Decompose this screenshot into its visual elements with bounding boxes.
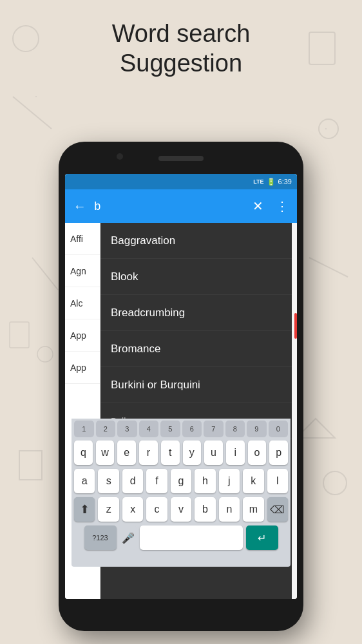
phone-camera (117, 153, 123, 160)
battery-icon: 🔋 (267, 178, 276, 186)
list-item[interactable]: App (65, 319, 100, 352)
mic-button[interactable]: 🎤 (120, 526, 137, 550)
key-o[interactable]: o (248, 440, 267, 465)
key-f[interactable]: f (146, 469, 167, 493)
scroll-indicator (294, 313, 297, 339)
key-5[interactable]: 5 (160, 421, 180, 437)
svg-point-3 (319, 119, 338, 138)
list-item[interactable]: Agn (65, 255, 100, 287)
clear-button[interactable]: ✕ (249, 194, 267, 218)
key-e[interactable]: e (117, 440, 136, 465)
svg-point-5 (323, 471, 347, 495)
key-p[interactable]: p (269, 440, 288, 465)
suggestion-item-baggravation[interactable]: Baggravation (100, 223, 292, 259)
svg-point-9 (37, 346, 53, 362)
key-m[interactable]: m (243, 497, 263, 522)
shift-key[interactable]: ⬆ (74, 497, 95, 522)
key-h[interactable]: h (195, 469, 215, 493)
keyboard-row-4: ?123 🎤 ↵ (71, 523, 291, 551)
keyboard-row-2: a s d f g h j k l (71, 466, 291, 495)
key-4[interactable]: 4 (139, 421, 159, 437)
number-row: 1 2 3 4 5 6 7 8 9 0 (71, 419, 291, 438)
key-g[interactable]: g (171, 469, 191, 493)
svg-line-7 (32, 258, 58, 290)
key-j[interactable]: j (219, 469, 240, 493)
key-a[interactable]: a (74, 469, 95, 493)
status-time: 6:39 (278, 178, 292, 185)
key-1[interactable]: 1 (74, 421, 94, 437)
key-r[interactable]: r (139, 440, 158, 465)
key-c[interactable]: c (146, 497, 167, 522)
lte-icon: LTE (253, 178, 263, 185)
key-9[interactable]: 9 (247, 421, 267, 437)
key-6[interactable]: 6 (182, 421, 202, 437)
search-input[interactable] (94, 197, 243, 216)
key-b[interactable]: b (195, 497, 215, 522)
key-x[interactable]: x (122, 497, 143, 522)
key-q[interactable]: q (74, 440, 93, 465)
key-7[interactable]: 7 (204, 421, 224, 437)
key-t[interactable]: t (161, 440, 180, 465)
key-l[interactable]: l (267, 469, 288, 493)
status-bar: LTE 🔋 6:39 (65, 174, 297, 189)
keyboard: 1 2 3 4 5 6 7 8 9 0 q w e r t y u i (71, 419, 291, 567)
enter-key[interactable]: ↵ (246, 526, 278, 550)
key-v[interactable]: v (171, 497, 191, 522)
key-3[interactable]: 3 (117, 421, 137, 437)
key-u[interactable]: u (204, 440, 223, 465)
key-n[interactable]: n (219, 497, 240, 522)
key-k[interactable]: k (243, 469, 263, 493)
phone-speaker (158, 156, 204, 161)
key-s[interactable]: s (98, 469, 119, 493)
phone-screen: LTE 🔋 6:39 ← ✕ ⋮ Affi Agn Alc App App Ba… (65, 174, 297, 599)
key-z[interactable]: z (98, 497, 119, 522)
key-i[interactable]: i (226, 440, 245, 465)
svg-line-10 (309, 258, 348, 277)
list-item[interactable]: Affi (65, 223, 100, 255)
key-w[interactable]: w (96, 440, 115, 465)
phone-frame: LTE 🔋 6:39 ← ✕ ⋮ Affi Agn Alc App App Ba… (59, 142, 303, 631)
suggestion-item-bromance[interactable]: Bromance (100, 331, 292, 367)
page-title: Word search Suggestion (0, 19, 362, 78)
space-key[interactable] (140, 526, 243, 550)
keyboard-row-3: ⬆ z x c v b n m ⌫ (71, 495, 291, 523)
list-item[interactable]: App (65, 352, 100, 384)
backspace-key[interactable]: ⌫ (267, 497, 288, 522)
suggestion-item-breadcrumbing[interactable]: Breadcrumbing (100, 295, 292, 331)
list-item[interactable]: Alc (65, 287, 100, 319)
key-d[interactable]: d (122, 469, 143, 493)
scrollbar[interactable] (292, 223, 297, 599)
svg-rect-4 (19, 451, 42, 480)
key-8[interactable]: 8 (225, 421, 245, 437)
key-y[interactable]: y (183, 440, 202, 465)
svg-rect-8 (10, 322, 29, 348)
back-button[interactable]: ← (70, 194, 89, 218)
keyboard-row-1: q w e r t y u i o p (71, 438, 291, 466)
suggestion-item-blook[interactable]: Blook (100, 259, 292, 295)
more-button[interactable]: ⋮ (273, 194, 292, 218)
symbols-key[interactable]: ?123 (84, 526, 117, 550)
svg-line-2 (13, 97, 52, 129)
key-0[interactable]: 0 (269, 421, 289, 437)
suggestion-item-burkini[interactable]: Burkini or Burquini (100, 367, 292, 403)
app-bar: ← ✕ ⋮ (65, 189, 297, 223)
key-2[interactable]: 2 (96, 421, 116, 437)
